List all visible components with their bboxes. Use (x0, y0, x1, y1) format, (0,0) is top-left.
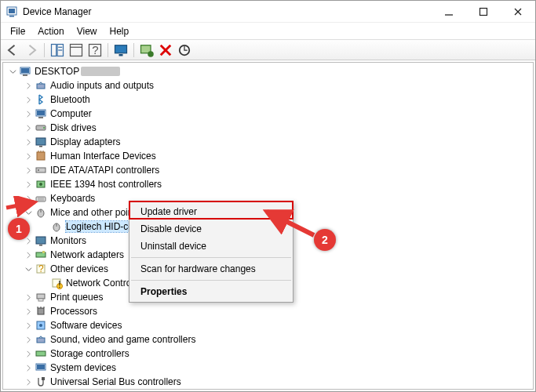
svg-point-38 (38, 169, 39, 171)
close-button[interactable] (501, 1, 535, 23)
svg-rect-16 (119, 54, 123, 56)
svg-rect-58 (38, 299, 43, 301)
svg-rect-25 (37, 84, 45, 89)
svg-rect-41 (36, 197, 46, 201)
chevron-right-icon[interactable] (24, 165, 33, 175)
chevron-right-icon[interactable] (24, 292, 33, 302)
chevron-right-icon[interactable] (24, 123, 33, 132)
category-icon (35, 361, 47, 374)
chevron-down-icon[interactable] (24, 208, 33, 217)
menu-file[interactable]: File (4, 24, 31, 38)
toolbar: ? (1, 40, 535, 60)
category-icon (35, 376, 47, 388)
chevron-right-icon[interactable] (24, 109, 33, 118)
tree-category[interactable]: System devices (3, 361, 533, 375)
back-button[interactable] (4, 42, 21, 59)
tree-category-label: Other devices (50, 263, 108, 274)
tree-category[interactable]: IDE ATA/ATAPI controllers (3, 163, 533, 177)
minimize-button[interactable] (432, 1, 466, 23)
chevron-right-icon[interactable] (24, 377, 33, 387)
chevron-right-icon[interactable] (24, 151, 33, 161)
menu-view[interactable]: View (71, 24, 104, 38)
chevron-right-icon[interactable] (24, 137, 33, 147)
chevron-right-icon[interactable] (24, 335, 33, 344)
tree-category-label: Audio inputs and outputs (50, 80, 154, 91)
chevron-right-icon[interactable] (24, 180, 33, 189)
category-icon (35, 249, 47, 261)
category-icon (35, 107, 47, 120)
update-driver-button[interactable] (138, 42, 155, 59)
chevron-down-icon[interactable] (8, 67, 17, 76)
tree-category-label: Computer (50, 108, 92, 119)
tree-device-label: Network Contro (66, 278, 131, 289)
device-manager-window: Device Manager File Action View Help ? D… (0, 0, 536, 392)
chevron-right-icon[interactable] (24, 81, 33, 90)
chevron-right-icon[interactable] (24, 194, 33, 203)
tree-category[interactable]: Audio inputs and outputs (3, 78, 533, 93)
tree-category-label: Network adapters (50, 249, 124, 260)
callout-1: 1 (8, 218, 30, 240)
ctx-update-driver[interactable]: Update driver (129, 203, 293, 220)
tree-category[interactable]: Software devices (3, 318, 533, 332)
tree-category-label: Software devices (50, 320, 122, 331)
tree-category[interactable]: IEEE 1394 host controllers (3, 177, 533, 191)
chevron-right-icon[interactable] (24, 349, 33, 358)
tree-category[interactable]: Storage controllers (3, 347, 533, 361)
tree-category-label: Processors (50, 306, 97, 317)
category-icon (35, 136, 47, 148)
chevron-right-icon[interactable] (24, 95, 33, 104)
tree-root[interactable]: DESKTOP (3, 64, 533, 78)
ctx-uninstall-device[interactable]: Uninstall device (129, 238, 293, 255)
tree-device-label: Logitech HID-co (66, 221, 133, 232)
tree-category-label: Human Interface Devices (50, 151, 156, 162)
svg-rect-59 (38, 308, 44, 314)
category-icon (35, 291, 47, 303)
tree-category[interactable]: Display adapters (3, 135, 533, 149)
uninstall-button[interactable] (157, 42, 174, 59)
svg-rect-23 (21, 68, 29, 73)
tree-category-label: Print queues (50, 292, 103, 303)
category-icon (35, 347, 47, 360)
show-hide-tree-button[interactable] (49, 42, 66, 59)
monitor-button[interactable] (112, 42, 129, 59)
category-icon (35, 333, 47, 346)
svg-rect-32 (39, 146, 42, 147)
tree-category[interactable]: Disk drives (3, 121, 533, 135)
ctx-disable-device[interactable]: Disable device (129, 220, 293, 238)
category-icon (35, 122, 47, 134)
tree-category[interactable]: Sound, video and game controllers (3, 332, 533, 347)
chevron-right-icon[interactable] (24, 321, 33, 330)
tree-category[interactable]: Bluetooth (3, 93, 533, 107)
maximize-button[interactable] (466, 1, 501, 23)
tree-root-label: DESKTOP (35, 66, 79, 77)
svg-rect-51 (42, 251, 45, 253)
tree-category[interactable]: Human Interface Devices (3, 149, 533, 163)
properties-button[interactable] (67, 42, 85, 59)
ctx-properties[interactable]: Properties (129, 283, 293, 300)
tree-category-label: IEEE 1394 host controllers (50, 179, 162, 190)
chevron-down-icon[interactable] (24, 264, 33, 274)
unknown-device-icon: ! (50, 277, 63, 289)
category-icon (35, 178, 47, 191)
svg-rect-4 (480, 8, 487, 15)
chevron-right-icon[interactable] (24, 307, 33, 316)
ctx-scan-hardware[interactable]: Scan for hardware changes (129, 260, 293, 278)
scan-hardware-button[interactable] (176, 42, 193, 59)
category-icon (35, 164, 47, 176)
help-button[interactable]: ? (86, 42, 104, 59)
tree-category-label: Disk drives (50, 122, 97, 133)
tree-category[interactable]: Processors (3, 304, 533, 318)
menu-action[interactable]: Action (31, 24, 70, 38)
forward-button[interactable] (23, 42, 40, 59)
menu-help[interactable]: Help (104, 24, 136, 38)
tree-category[interactable]: Universal Serial Bus controllers (3, 375, 533, 389)
ctx-separator (131, 280, 291, 281)
chevron-right-icon[interactable] (24, 250, 33, 260)
chevron-right-icon[interactable] (24, 363, 33, 372)
tree-category[interactable]: Computer (3, 107, 533, 121)
svg-rect-7 (52, 44, 57, 56)
svg-point-40 (39, 183, 42, 186)
tree-category-label: Universal Serial Bus controllers (50, 376, 181, 387)
svg-rect-11 (71, 44, 82, 56)
svg-rect-37 (36, 168, 46, 172)
